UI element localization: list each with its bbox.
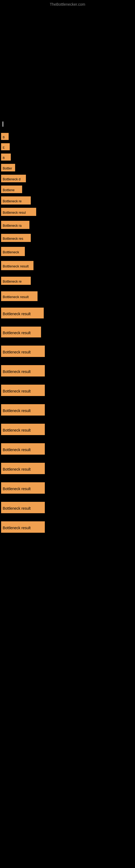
list-item: Bottleneck result [0,404,135,416]
list-item: Bottleneck d [0,175,135,183]
bottleneck-label: Bottlene [1,186,22,193]
list-item: Bottleneck res [0,234,135,243]
list-item: Bottleneck result [0,482,135,495]
cursor-indicator: | [2,121,4,127]
bottleneck-label: E [1,143,10,150]
bottleneck-label: Bottleneck result [1,482,45,494]
bottleneck-label: Bottleneck result [1,443,45,455]
list-item: Bottleneck resul [0,208,135,217]
bottleneck-label: Bottleneck res [1,234,31,242]
list-item: Bottleneck result [0,346,135,358]
list-item: Bottleneck result [0,365,135,378]
bottleneck-label: B [1,154,11,161]
bottleneck-label: B [1,133,9,140]
bottleneck-list: BEBBottlerBottleneck dBottleneBottleneck… [0,133,135,541]
list-item: Bottleneck re [0,277,135,286]
bottleneck-label: Bottleneck ra [1,221,30,229]
list-item: Bottleneck result [0,424,135,436]
list-item: Bottleneck ra [0,221,135,230]
bottleneck-label: Bottleneck result [1,463,45,474]
list-item: Bottleneck result [0,308,135,319]
list-item: Bottleneck re [0,196,135,206]
bottleneck-label: Bottler [1,164,15,172]
list-item: Bottleneck result [0,291,135,302]
list-item: Bottleneck result [0,261,135,271]
bottleneck-label: Bottleneck result [1,291,38,301]
list-item: Bottleneck result [0,384,135,397]
bottleneck-label: Bottleneck result [1,346,45,357]
list-item: Bottleneck result [0,502,135,514]
bottleneck-label: Bottleneck result [1,384,45,396]
list-item: Bottleneck [0,247,135,257]
bottleneck-label: Bottleneck result [1,521,45,533]
bottleneck-label: Bottleneck result [1,424,45,435]
list-item: Bottlene [0,186,135,194]
bottleneck-label: Bottleneck result [1,404,45,415]
bottleneck-label: Bottleneck result [1,502,45,513]
bottleneck-label: Bottleneck result [1,365,45,376]
bottleneck-label: Bottleneck [1,247,25,256]
bottleneck-label: Bottleneck resul [1,208,36,216]
list-item: B [0,154,135,162]
bottleneck-label: Bottleneck re [1,196,31,205]
bottleneck-label: Bottleneck result [1,261,34,270]
bottleneck-label: Bottleneck result [1,308,44,318]
list-item: B [0,133,135,141]
site-title: TheBottlenecker.com [50,2,85,6]
bottleneck-label: Bottleneck d [1,175,26,182]
bottleneck-label: Bottleneck result [1,327,41,337]
list-item: Bottleneck result [0,327,135,339]
bottleneck-label: Bottleneck re [1,277,31,285]
list-item: Bottleneck result [0,463,135,475]
list-item: Bottler [0,164,135,173]
list-item: E [0,143,135,151]
list-item: Bottleneck result [0,443,135,456]
list-item: Bottleneck result [0,521,135,534]
